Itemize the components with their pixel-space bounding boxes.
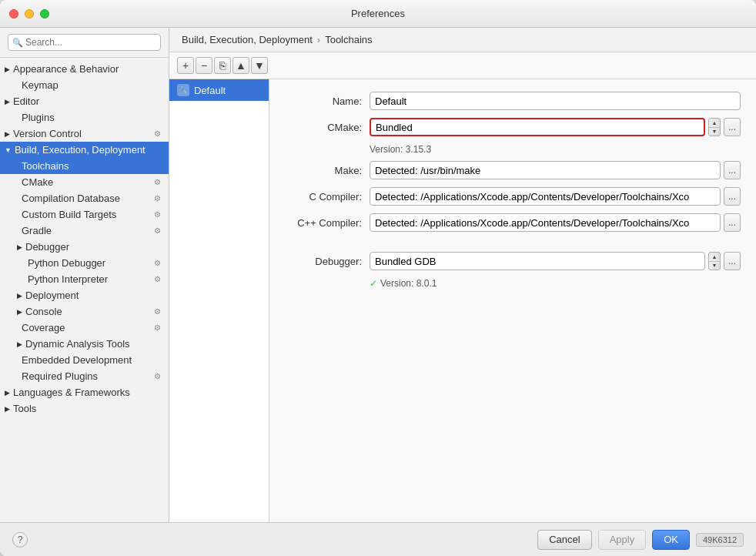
settings-icon: ⚙: [154, 307, 161, 316]
cmake-input[interactable]: [370, 118, 705, 136]
right-panel: Build, Execution, Deployment › Toolchain…: [169, 28, 756, 522]
cpp-compiler-ellipsis-button[interactable]: ...: [724, 213, 741, 232]
cmake-label: CMake:: [285, 122, 362, 133]
cpp-compiler-row: C++ Compiler: Detected: /Applications/Xc…: [285, 213, 741, 232]
sidebar-item-cmake[interactable]: CMake ⚙: [0, 174, 169, 190]
apply-button[interactable]: Apply: [598, 530, 647, 550]
debugger-stepper-up[interactable]: ▲: [709, 253, 720, 262]
chevron-right-icon: ▶: [17, 243, 22, 251]
sidebar-item-label: Coverage: [22, 322, 65, 333]
move-up-button[interactable]: ▲: [232, 57, 249, 74]
cancel-button[interactable]: Cancel: [537, 530, 591, 550]
make-select-wrapper: Detected: /usr/bin/make: [370, 161, 721, 179]
sidebar-item-label: Console: [25, 306, 62, 317]
make-select[interactable]: Detected: /usr/bin/make: [370, 161, 721, 179]
chevron-right-icon: ▶: [5, 405, 10, 413]
settings-icon: ⚙: [154, 323, 161, 332]
sidebar-item-languages-frameworks[interactable]: ▶ Languages & Frameworks: [0, 384, 169, 400]
sidebar-item-python-debugger[interactable]: Python Debugger ⚙: [0, 255, 169, 271]
sidebar-item-appearance[interactable]: ▶ Appearance & Behavior: [0, 61, 169, 77]
sidebar-item-label: Required Plugins: [22, 370, 98, 382]
cmake-ellipsis-button[interactable]: ...: [724, 118, 741, 136]
bottom-right: Cancel Apply OK 49K6312: [537, 530, 744, 550]
build-info: 49K6312: [696, 533, 744, 547]
breadcrumb-parent: Build, Execution, Deployment: [182, 34, 313, 45]
sidebar-item-embedded-dev[interactable]: Embedded Development: [0, 352, 169, 368]
search-wrap: 🔍: [8, 34, 161, 51]
debugger-label: Debugger:: [285, 256, 362, 267]
cmake-stepper-down[interactable]: ▼: [709, 128, 720, 136]
debugger-field: Bundled GDB ▲ ▼ ...: [370, 252, 741, 270]
sidebar-item-label: Dynamic Analysis Tools: [25, 338, 130, 350]
name-label: Name:: [285, 95, 362, 107]
maximize-button[interactable]: [40, 9, 49, 18]
chevron-right-icon: ▶: [5, 389, 10, 397]
sidebar-item-label: Build, Execution, Deployment: [15, 144, 146, 156]
make-row: Make: Detected: /usr/bin/make ...: [285, 161, 741, 179]
sidebar-item-label: Debugger: [25, 241, 69, 253]
move-down-button[interactable]: ▼: [251, 57, 268, 74]
sidebar-item-coverage[interactable]: Coverage ⚙: [0, 320, 169, 336]
c-compiler-ellipsis-button[interactable]: ...: [724, 187, 741, 206]
breadcrumb: Build, Execution, Deployment › Toolchain…: [169, 28, 756, 52]
settings-icon: ⚙: [154, 129, 161, 138]
traffic-lights: [9, 9, 49, 18]
c-compiler-select[interactable]: Detected: /Applications/Xcode.app/Conten…: [370, 187, 721, 206]
sidebar-item-gradle[interactable]: Gradle ⚙: [0, 223, 169, 239]
sidebar-item-deployment[interactable]: ▶ Deployment: [0, 287, 169, 303]
sidebar-item-editor[interactable]: ▶ Editor: [0, 93, 169, 109]
sidebar-item-build-exec[interactable]: ▼ Build, Execution, Deployment: [0, 142, 169, 158]
sidebar-item-keymap[interactable]: Keymap: [0, 77, 169, 93]
sidebar-item-debugger[interactable]: ▶ Debugger: [0, 239, 169, 255]
debugger-version-row: ✓ Version: 8.0.1: [285, 278, 741, 289]
debugger-stepper[interactable]: ▲ ▼: [708, 252, 721, 270]
sidebar-item-compilation-db[interactable]: Compilation Database ⚙: [0, 190, 169, 206]
debugger-stepper-down[interactable]: ▼: [709, 262, 720, 270]
settings-icon: ⚙: [154, 178, 161, 186]
close-button[interactable]: [9, 9, 18, 18]
panel-body: 🔧 Default Name:: [169, 79, 756, 522]
cmake-stepper-up[interactable]: ▲: [709, 119, 720, 128]
cpp-compiler-select[interactable]: Detected: /Applications/Xcode.app/Conten…: [370, 213, 721, 232]
sidebar-item-label: Plugins: [22, 112, 55, 123]
make-ellipsis-button[interactable]: ...: [724, 161, 741, 179]
toolchain-panel: + − ⎘ ▲ ▼ 🔧 Default: [169, 52, 756, 522]
c-compiler-field: Detected: /Applications/Xcode.app/Conten…: [370, 187, 741, 206]
sidebar: 🔍 ▶ Appearance & Behavior Keymap ▶ Edito: [0, 28, 169, 522]
sidebar-item-console[interactable]: ▶ Console ⚙: [0, 303, 169, 320]
breadcrumb-separator: ›: [317, 34, 320, 45]
sidebar-item-tools[interactable]: ▶ Tools: [0, 400, 169, 417]
sidebar-item-toolchains[interactable]: Toolchains: [0, 158, 169, 174]
cmake-field: ▲ ▼ ...: [370, 118, 741, 136]
sidebar-item-dynamic-analysis[interactable]: ▶ Dynamic Analysis Tools: [0, 336, 169, 352]
sidebar-item-version-control[interactable]: ▶ Version Control ⚙: [0, 126, 169, 142]
search-bar: 🔍: [0, 28, 169, 58]
help-button[interactable]: ?: [12, 532, 28, 548]
name-input[interactable]: [370, 92, 741, 110]
add-toolchain-button[interactable]: +: [177, 57, 194, 74]
settings-icon: ⚙: [154, 372, 161, 380]
sidebar-item-required-plugins[interactable]: Required Plugins ⚙: [0, 368, 169, 384]
sidebar-item-label: Embedded Development: [22, 354, 132, 366]
ok-button[interactable]: OK: [652, 530, 690, 550]
list-toolbar: + − ⎘ ▲ ▼: [169, 52, 756, 79]
search-icon: 🔍: [12, 38, 23, 48]
minimize-button[interactable]: [25, 9, 34, 18]
toolchain-item-default[interactable]: 🔧 Default: [169, 79, 269, 101]
search-input[interactable]: [8, 34, 161, 51]
copy-toolchain-button[interactable]: ⎘: [214, 57, 231, 74]
sidebar-item-custom-build-targets[interactable]: Custom Build Targets ⚙: [0, 206, 169, 223]
sidebar-item-plugins[interactable]: Plugins: [0, 109, 169, 126]
debugger-row: Debugger: Bundled GDB ▲ ▼: [285, 252, 741, 270]
c-compiler-select-wrapper: Detected: /Applications/Xcode.app/Conten…: [370, 187, 721, 206]
sidebar-item-label: CMake: [22, 176, 53, 188]
window-title: Preferences: [351, 8, 405, 19]
cmake-stepper[interactable]: ▲ ▼: [708, 118, 721, 136]
titlebar: Preferences: [0, 0, 756, 28]
sidebar-item-python-interpreter[interactable]: Python Interpreter ⚙: [0, 271, 169, 287]
settings-icon: ⚙: [154, 259, 161, 267]
remove-toolchain-button[interactable]: −: [196, 57, 212, 74]
debugger-select[interactable]: Bundled GDB: [370, 252, 705, 270]
debugger-ellipsis-button[interactable]: ...: [724, 252, 741, 270]
name-field: [370, 92, 741, 110]
